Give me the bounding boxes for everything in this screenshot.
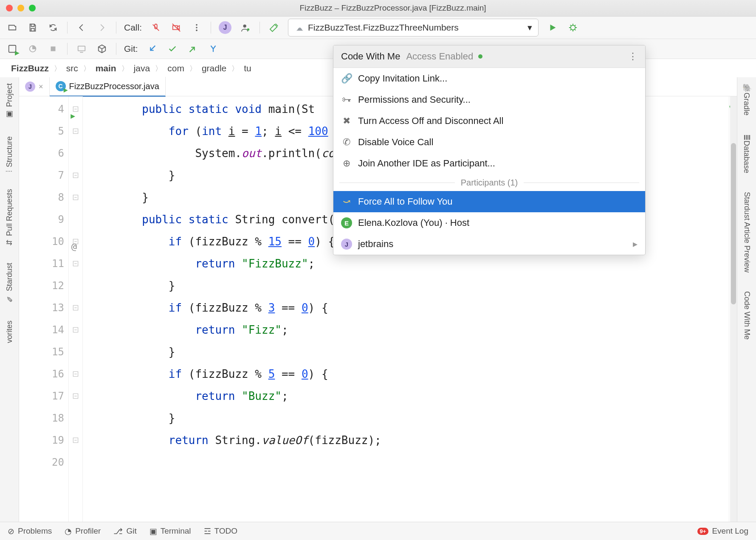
warning-icon: ⊘ [8, 526, 14, 536]
editor-tab-active[interactable]: C▶ FizzBuzzProcessor.java [50, 77, 166, 97]
git-label: Git: [124, 44, 138, 54]
tool-window-project[interactable]: ▣Project [4, 80, 15, 123]
participant-item[interactable]: Jjetbrains▸ [333, 233, 645, 255]
build-icon[interactable] [268, 21, 280, 34]
branch-icon: ⎇ [113, 526, 123, 536]
mic-off-icon[interactable] [150, 21, 162, 34]
tool-window-code-with-me[interactable]: Code With Me [742, 288, 752, 343]
status-dot-icon [478, 54, 482, 59]
participant-label: Force All to Follow You [358, 196, 453, 207]
tool-window-pull-requests[interactable]: ⇵Pull Requests [4, 186, 15, 249]
window-title: FizzBuzz – FizzBuzzProcessor.java [FizzB… [36, 3, 750, 13]
svg-point-0 [196, 24, 197, 26]
svg-point-2 [196, 30, 197, 31]
right-tool-strip: 🐘Gradle ≣Database Stardust Article Previ… [737, 77, 756, 522]
editor-tab[interactable]: J × [19, 77, 50, 96]
force-follow-item[interactable]: ⤻Force All to Follow You [333, 191, 645, 212]
debug-icon[interactable] [567, 21, 579, 34]
minimize-window-button[interactable] [17, 5, 24, 11]
status-profiler[interactable]: ◔Profiler [65, 526, 101, 536]
breadcrumb-item[interactable]: gradle [199, 63, 229, 73]
tool-window-structure[interactable]: ⦙Structure [4, 133, 15, 175]
open-icon[interactable] [6, 21, 19, 34]
list-icon: ☲ [204, 526, 211, 536]
back-icon[interactable] [75, 21, 88, 34]
popup-header: Code With Me Access Enabled ⋮ [333, 45, 645, 68]
screen-icon[interactable] [75, 42, 88, 55]
participant-item[interactable]: EElena.Kozlova (You) · Host [333, 212, 645, 233]
popup-more-icon[interactable]: ⋮ [628, 51, 638, 62]
popup-menu-item[interactable]: ⊕Join Another IDE as Participant... [333, 153, 645, 174]
cam-off-icon[interactable] [170, 21, 183, 34]
code-with-me-popup: Code With Me Access Enabled ⋮ 🔗Copy Invi… [333, 45, 646, 255]
menu-item-label: Copy Invitation Link... [358, 73, 447, 84]
user-avatar[interactable]: J [219, 21, 231, 34]
popup-menu-item[interactable]: 🗝Permissions and Security... [333, 89, 645, 110]
zoom-window-button[interactable] [29, 5, 36, 11]
forward-icon[interactable] [96, 21, 108, 34]
follow-icon: ⤻ [341, 196, 352, 207]
phone-icon: ✆ [341, 137, 352, 148]
line-number-gutter[interactable]: 4▶5678910@11121314151617181920 [19, 96, 69, 522]
add-user-icon[interactable] [239, 21, 252, 34]
menu-item-label: Permissions and Security... [358, 94, 471, 105]
tool-window-database[interactable]: ≣Database [741, 131, 752, 177]
join-icon: ⊕ [341, 158, 352, 169]
package-icon[interactable] [96, 42, 108, 55]
key-icon: 🗝 [341, 94, 352, 105]
profiler-icon: ◔ [65, 526, 72, 536]
call-more-icon[interactable] [190, 21, 203, 34]
popup-menu-item[interactable]: ✆Disable Voice Call [333, 132, 645, 153]
run-config-name: FizzBuzzTest.FizzBuzzThreeNumbers [308, 22, 459, 33]
notification-badge: 9+ [697, 528, 709, 535]
save-icon[interactable] [26, 21, 39, 34]
git-commit-icon[interactable] [166, 42, 179, 55]
refresh-icon[interactable] [47, 21, 59, 34]
git-push-icon[interactable] [186, 42, 199, 55]
git-update-icon[interactable] [146, 42, 158, 55]
tool-window-stardust-preview[interactable]: Stardust Article Preview [742, 188, 752, 276]
breadcrumb-item[interactable]: com [165, 63, 187, 73]
off-icon: ✖ [341, 115, 352, 127]
tool-window-favorites[interactable]: vorites [4, 317, 15, 346]
popup-title: Code With Me [341, 51, 400, 62]
run-anything-icon[interactable]: ▶ [6, 42, 19, 55]
status-problems[interactable]: ⊘Problems [8, 526, 52, 536]
breadcrumb-item[interactable]: src [64, 63, 81, 73]
menu-item-label: Join Another IDE as Participant... [358, 158, 495, 169]
left-tool-strip: ▣Project ⦙Structure ⇵Pull Requests ✎Star… [0, 77, 19, 522]
window-titlebar: FizzBuzz – FizzBuzzProcessor.java [FizzB… [0, 0, 756, 17]
popup-menu-item[interactable]: 🔗Copy Invitation Link... [333, 68, 645, 89]
breadcrumb-item[interactable]: main [93, 63, 119, 73]
status-event-log[interactable]: 9+Event Log [697, 526, 748, 536]
status-todo[interactable]: ☲TODO [204, 526, 238, 536]
status-terminal[interactable]: ▣Terminal [150, 526, 191, 536]
svg-rect-8 [51, 47, 56, 51]
popup-menu-item[interactable]: ✖Turn Access Off and Disconnect All [333, 110, 645, 132]
svg-rect-9 [78, 46, 85, 51]
close-window-button[interactable] [6, 5, 13, 11]
close-tab-icon[interactable]: × [39, 82, 43, 91]
call-label: Call: [124, 22, 142, 33]
svg-point-3 [243, 25, 246, 28]
link-icon: 🔗 [341, 73, 352, 84]
breadcrumb-item[interactable]: tu [241, 63, 254, 73]
tool-window-stardust[interactable]: ✎Stardust [4, 259, 15, 307]
status-git[interactable]: ⎇Git [113, 526, 136, 536]
chevron-down-icon: ▾ [528, 22, 532, 33]
main-toolbar: Call: J FizzBuzzTest.FizzBuzzThreeNumber… [0, 17, 756, 39]
stop-icon[interactable] [47, 42, 59, 55]
tool-window-gradle[interactable]: 🐘Gradle [741, 80, 752, 119]
run-icon[interactable] [546, 21, 559, 34]
breadcrumb-item[interactable]: FizzBuzz [8, 63, 51, 73]
popup-section-header: Participants (1) [333, 174, 645, 191]
fold-gutter[interactable] [69, 96, 83, 522]
run-config-selector[interactable]: FizzBuzzTest.FizzBuzzThreeNumbers ▾ [288, 19, 539, 37]
editor-scrollbar[interactable] [730, 96, 737, 522]
git-fetch-icon[interactable] [207, 42, 220, 55]
status-bar: ⊘Problems ◔Profiler ⎇Git ▣Terminal ☲TODO… [0, 522, 756, 540]
coverage-icon[interactable] [26, 42, 39, 55]
breadcrumb-item[interactable]: java [131, 63, 153, 73]
svg-point-1 [196, 27, 197, 28]
participant-label: jetbrains [358, 239, 393, 250]
